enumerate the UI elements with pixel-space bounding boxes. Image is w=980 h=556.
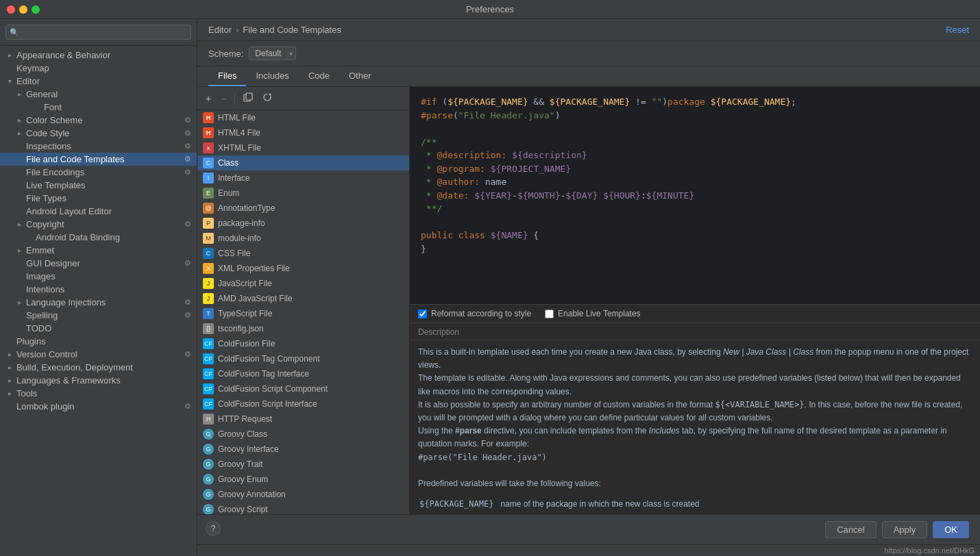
sidebar-item-label: Emmet [26,245,54,255]
sidebar-item-color-scheme[interactable]: Color Scheme ⚙ [0,114,197,127]
tab-other[interactable]: Other [339,66,381,86]
file-item-cf-script-interface[interactable]: CF ColdFusion Script Interface [197,396,409,412]
file-item-groovy-interface[interactable]: G Groovy Interface [197,442,409,457]
file-item-css[interactable]: C CSS File [197,246,409,261]
live-templates-checkbox[interactable] [545,309,554,318]
sidebar-item-version-control[interactable]: Version Control ⚙ [0,348,197,361]
sidebar-item-file-and-code-templates[interactable]: File and Code Templates ⚙ [0,153,197,166]
sidebar-item-build[interactable]: Build, Execution, Deployment [0,361,197,374]
file-item-class[interactable]: C Class [197,155,409,170]
reformat-checkbox[interactable] [418,309,427,318]
file-item-module-info[interactable]: M module-info [197,231,409,246]
sidebar-item-font[interactable]: Font [0,101,197,114]
sidebar-item-gui-designer[interactable]: GUI Designer ⚙ [0,257,197,270]
cancel-button[interactable]: Cancel [825,521,876,538]
reformat-checkbox-label[interactable]: Reformat according to style [418,309,531,318]
sidebar-item-language-injections[interactable]: Language Injections ⚙ [0,296,197,309]
sidebar-item-editor[interactable]: Editor [0,75,197,88]
sidebar-item-file-types[interactable]: File Types [0,192,197,205]
file-item-label: AMD JavaScript File [218,294,293,303]
sidebar-item-label: Language Injections [26,297,106,307]
titlebar: Preferences [0,0,980,19]
expand-arrow-build [5,364,14,371]
file-item-tsconfig[interactable]: {} tsconfig.json [197,321,409,336]
help-button[interactable]: ? [206,521,221,536]
file-item-amd-js[interactable]: J AMD JavaScript File [197,291,409,306]
sidebar-item-lombok[interactable]: Lombok plugin ⚙ [0,400,197,413]
sidebar-item-label: Editor [16,76,40,86]
file-item-label: Class [218,158,238,168]
tab-code[interactable]: Code [299,66,339,86]
file-item-js[interactable]: J JavaScript File [197,276,409,291]
file-item-cf-tag-component[interactable]: CF ColdFusion Tag Component [197,351,409,366]
sidebar-item-intentions[interactable]: Intentions [0,283,197,296]
file-item-interface[interactable]: I Interface [197,170,409,186]
file-item-annotation[interactable]: @ AnnotationType [197,201,409,216]
file-item-cf-script-component[interactable]: CF ColdFusion Script Component [197,381,409,396]
file-item-cf-tag-interface[interactable]: CF ColdFusion Tag Interface [197,366,409,381]
close-button[interactable] [7,5,15,14]
sidebar-item-copyright[interactable]: Copyright ⚙ [0,218,197,231]
sidebar-item-tools[interactable]: Tools [0,387,197,400]
sidebar-item-images[interactable]: Images [0,270,197,283]
sidebar-item-label: Languages & Frameworks [16,375,121,386]
file-item-ts[interactable]: T TypeScript File [197,306,409,321]
add-template-button[interactable]: + [203,92,214,105]
tab-files[interactable]: Files [208,66,246,86]
sidebar-item-emmet[interactable]: Emmet [0,244,197,257]
description-label: Description [410,323,980,340]
file-item-cf[interactable]: CF ColdFusion File [197,336,409,351]
sidebar-item-android-data[interactable]: Android Data Binding [0,231,197,244]
file-item-label: Groovy Interface [218,444,279,454]
ok-button[interactable]: OK [933,521,969,538]
sidebar-item-label: File Types [26,193,66,203]
sidebar-item-label: Keymap [16,63,49,73]
live-templates-checkbox-label[interactable]: Enable Live Templates [545,309,641,318]
maximize-button[interactable] [32,5,40,14]
sidebar-item-android-layout[interactable]: Android Layout Editor [0,205,197,218]
sidebar-item-inspections[interactable]: Inspections ⚙ [0,140,197,153]
enum-file-icon: E [203,188,214,199]
copy-template-button[interactable] [241,91,256,105]
minimize-button[interactable] [19,5,27,14]
search-input[interactable] [5,25,191,40]
bottom-bar: ? Cancel Apply OK [197,514,980,544]
sidebar-item-languages[interactable]: Languages & Frameworks [0,374,197,387]
sidebar-item-appearance[interactable]: Appearance & Behavior [0,49,197,62]
file-item-enum[interactable]: E Enum [197,186,409,201]
file-item-label: AnnotationType [218,203,275,213]
groovy-script-icon: G [203,504,214,514]
settings-icon: ⚙ [184,116,191,125]
sidebar-item-label: Intentions [26,284,64,294]
remove-template-button[interactable]: − [218,92,229,105]
reset-button[interactable]: Reset [946,25,969,35]
file-item-groovy-enum[interactable]: G Groovy Enum [197,472,409,487]
file-item-groovy-class[interactable]: G Groovy Class [197,427,409,442]
sidebar-item-code-style[interactable]: Code Style ⚙ [0,127,197,140]
scheme-row: Scheme: Default Project ▾ [197,41,980,66]
file-item-xml-props[interactable]: X XML Properties File [197,261,409,276]
scheme-select[interactable]: Default Project [249,47,296,60]
sidebar-item-plugins[interactable]: Plugins [0,335,197,348]
file-item-http[interactable]: H HTTP Request [197,412,409,427]
file-item-groovy-trait[interactable]: G Groovy Trait [197,457,409,472]
sidebar-item-keymap[interactable]: Keymap [0,62,197,75]
sidebar-item-todo[interactable]: TODO [0,322,197,335]
code-editor[interactable]: #if (${PACKAGE_NAME} && ${PACKAGE_NAME} … [410,87,980,304]
cf-tag-comp-icon: CF [203,353,214,364]
file-item-groovy-annotation[interactable]: G Groovy Annotation [197,487,409,502]
file-item-label: XML Properties File [218,264,290,273]
tab-includes[interactable]: Includes [246,66,298,86]
file-item-html4[interactable]: H HTML4 File [197,125,409,140]
file-item-xhtml[interactable]: X XHTML File [197,140,409,155]
file-item-groovy-script[interactable]: G Groovy Script [197,502,409,514]
groovy-class-icon: G [203,429,214,440]
file-item-html[interactable]: H HTML File [197,110,409,125]
apply-button[interactable]: Apply [882,521,928,538]
sidebar-item-spelling[interactable]: Spelling ⚙ [0,309,197,322]
file-item-package-info[interactable]: P package-info [197,216,409,231]
sidebar-item-file-encodings[interactable]: File Encodings ⚙ [0,166,197,179]
sidebar-item-live-templates[interactable]: Live Templates [0,179,197,192]
reset-template-button[interactable] [260,91,275,105]
sidebar-item-general[interactable]: General [0,88,197,101]
